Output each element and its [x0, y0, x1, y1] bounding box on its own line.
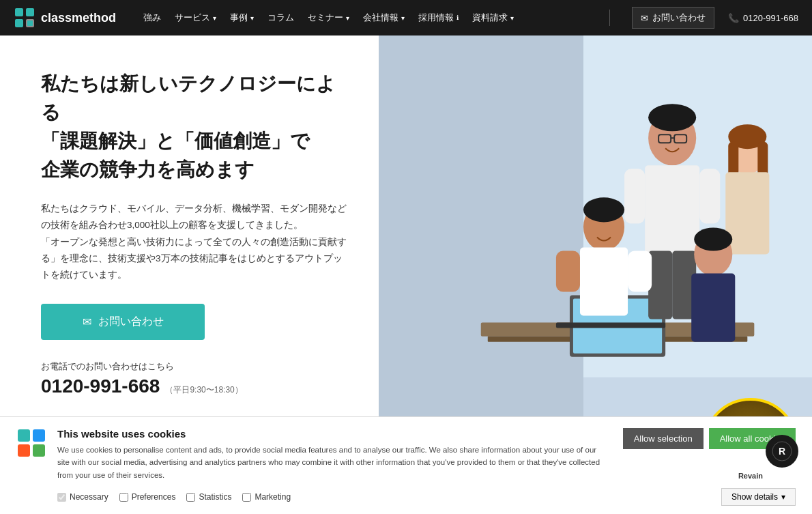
- necessary-label: Necessary: [70, 492, 108, 502]
- nav-recruit[interactable]: 採用情報ℹ: [418, 12, 459, 24]
- contact-phone: 📞 0120-991-668: [728, 13, 798, 23]
- chevron-down-icon: ▾: [510, 14, 514, 22]
- nav-company[interactable]: 会社情報▾: [363, 12, 405, 24]
- email-icon: ✉: [641, 13, 648, 23]
- navbar: classmethod 強み サービス▾ 事例▾ コラム セミナー▾ 会社情報▾…: [0, 0, 812, 35]
- phone-icon: 📞: [728, 13, 739, 23]
- show-details-button[interactable]: Show details ▾: [721, 488, 796, 506]
- allow-selection-button[interactable]: Allow selection: [623, 428, 704, 449]
- nav-strength[interactable]: 強み: [143, 12, 161, 24]
- logo-text: classmethod: [41, 11, 116, 25]
- statistics-checkbox-input[interactable]: [186, 493, 195, 502]
- email-icon: ✉: [83, 315, 91, 328]
- statistics-label: Statistics: [199, 492, 231, 502]
- svg-rect-37: [33, 429, 45, 442]
- svg-rect-32: [725, 172, 769, 254]
- svg-point-34: [694, 227, 732, 251]
- preferences-label: Preferences: [132, 492, 176, 502]
- cookie-marketing-checkbox[interactable]: Marketing: [242, 492, 291, 502]
- cookie-logo-icon: [16, 428, 46, 458]
- revain-text: Revain: [738, 472, 763, 480]
- cookie-banner-bottom: Necessary Preferences Statistics Marketi…: [16, 488, 796, 506]
- nav-column[interactable]: コラム: [267, 12, 294, 24]
- main-content: 私たちは新しいテクノロジーによる「課題解決」と「価値創造」で企業の競争力を高めま…: [0, 35, 812, 514]
- svg-rect-38: [18, 444, 30, 457]
- svg-rect-2: [15, 19, 23, 27]
- cookie-preferences-checkbox[interactable]: Preferences: [119, 492, 176, 502]
- svg-point-17: [648, 104, 696, 131]
- svg-rect-0: [15, 8, 23, 16]
- cookie-banner-top: This website uses cookies We use cookies…: [16, 428, 796, 481]
- hero-description: 私たちはクラウド、モバイル、データ分析、機械学習、モダン開発などの技術を組み合わ…: [41, 201, 351, 283]
- svg-rect-26: [556, 251, 580, 291]
- phone-number: 0120-991-668: [41, 375, 160, 397]
- marketing-label: Marketing: [255, 492, 291, 502]
- svg-rect-21: [648, 251, 672, 319]
- svg-rect-12: [556, 323, 665, 328]
- svg-rect-39: [33, 444, 45, 457]
- svg-rect-20: [699, 169, 720, 223]
- cookie-checkbox-group: Necessary Preferences Statistics Marketi…: [57, 492, 291, 502]
- hero-title: 私たちは新しいテクノロジーによる「課題解決」と「価値創造」で企業の競争力を高めま…: [41, 70, 351, 184]
- cta-contact-button[interactable]: ✉ お問い合わせ: [41, 304, 205, 340]
- marketing-checkbox-input[interactable]: [242, 493, 251, 502]
- svg-text:R: R: [779, 446, 785, 457]
- nav-services[interactable]: サービス▾: [175, 12, 216, 24]
- svg-rect-1: [26, 8, 34, 16]
- nav-seminar[interactable]: セミナー▾: [308, 12, 349, 24]
- svg-rect-35: [691, 273, 735, 341]
- cookie-content: This website uses cookies We use cookies…: [57, 428, 601, 481]
- nav-materials[interactable]: 資料請求▾: [472, 12, 514, 24]
- cookie-banner-description: We use cookies to personalise content an…: [57, 444, 601, 481]
- svg-rect-25: [580, 247, 628, 315]
- cookie-banner: This website uses cookies We use cookies…: [0, 416, 812, 514]
- logo-icon: [14, 7, 35, 29]
- chevron-down-icon: ▾: [213, 14, 216, 22]
- svg-rect-36: [18, 429, 30, 442]
- phone-label: お電話でのお問い合わせはこちら: [41, 360, 351, 373]
- svg-rect-18: [645, 165, 699, 254]
- necessary-checkbox-input[interactable]: [57, 493, 66, 502]
- nav-menu: 強み サービス▾ 事例▾ コラム セミナー▾ 会社情報▾ 採用情報ℹ 資料請求▾: [143, 12, 588, 24]
- cookie-statistics-checkbox[interactable]: Statistics: [186, 492, 231, 502]
- chevron-down-icon: ▾: [346, 14, 349, 22]
- svg-point-24: [583, 197, 624, 222]
- nav-cases[interactable]: 事例▾: [230, 12, 254, 24]
- contact-email-button[interactable]: ✉ お問い合わせ: [632, 7, 714, 29]
- svg-rect-4: [27, 20, 33, 26]
- cookie-necessary-checkbox[interactable]: Necessary: [57, 492, 108, 502]
- svg-rect-27: [628, 251, 652, 291]
- chevron-down-icon: ▾: [401, 14, 405, 22]
- chevron-down-icon: ▾: [781, 492, 785, 502]
- revain-badge: R: [766, 435, 798, 468]
- preferences-checkbox-input[interactable]: [119, 493, 128, 502]
- cookie-banner-title: This website uses cookies: [57, 428, 601, 440]
- phone-section: お電話でのお問い合わせはこちら 0120-991-668 （平日9:30〜18:…: [41, 360, 351, 397]
- navbar-contact: ✉ お問い合わせ 📞 0120-991-668: [632, 7, 798, 29]
- logo[interactable]: classmethod: [14, 7, 116, 29]
- nav-divider: [609, 10, 610, 26]
- svg-rect-19: [624, 169, 645, 223]
- chevron-down-icon: ▾: [250, 14, 254, 22]
- revain-icon: R: [772, 441, 792, 461]
- phone-hours: （平日9:30〜18:30）: [165, 384, 242, 396]
